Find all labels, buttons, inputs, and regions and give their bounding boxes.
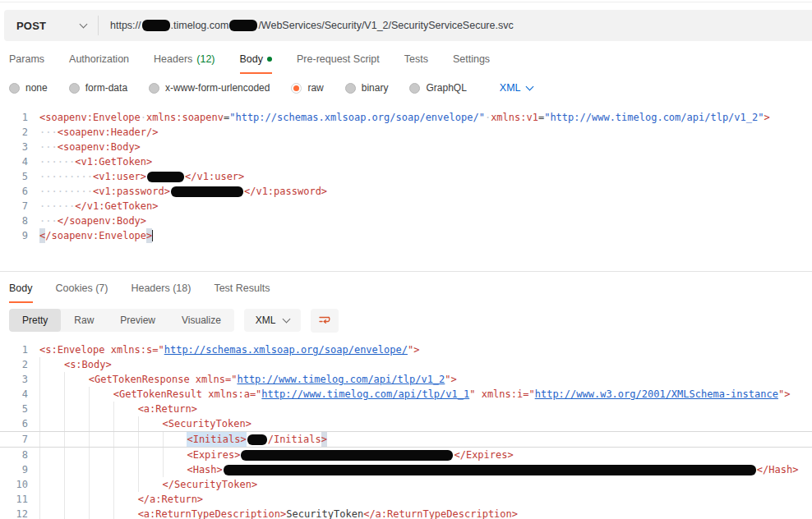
code-token: "> <box>445 372 456 387</box>
request-body-editor[interactable]: 1<soapenv:Envelope·xmlns:soapenv="http:/… <box>0 110 812 243</box>
tab-headers[interactable]: Headers (12) <box>154 44 215 74</box>
indent-guide <box>113 416 138 431</box>
code-token: <soapenv:Envelope <box>39 110 141 125</box>
response-body-viewer[interactable]: 1<s:Envelope xmlns:s="http://schemas.xml… <box>0 342 812 519</box>
indent-guide <box>64 507 89 519</box>
radio-selected-icon <box>291 83 302 94</box>
code-token: </a:ReturnTypeDescription> <box>363 507 518 519</box>
indent-guide <box>113 492 138 507</box>
response-tab-body[interactable]: Body <box>9 273 33 303</box>
body-type-label: form-data <box>85 82 127 94</box>
code-token: "> <box>408 342 419 357</box>
line-number: 3 <box>0 372 39 387</box>
code-token: xmlns:v1 <box>491 110 538 125</box>
body-type-x-www-form-urlencoded[interactable]: x-www-form-urlencoded <box>149 82 270 94</box>
indent-guide <box>39 432 64 447</box>
view-raw-button[interactable]: Raw <box>61 309 107 332</box>
code-token: <a:ReturnTypeDescription> <box>138 507 287 519</box>
code-line: 2 <s:Body> <box>0 357 812 372</box>
response-language-dropdown[interactable]: XML <box>244 309 301 332</box>
method-dropdown[interactable]: POST <box>4 10 98 41</box>
code-token: = <box>224 110 229 125</box>
chevron-down-icon <box>80 21 88 29</box>
indent-guide <box>89 477 113 492</box>
tab-params[interactable]: Params <box>9 44 44 74</box>
body-type-raw[interactable]: raw <box>291 82 323 94</box>
code-token: "http://schemas.xmlsoap.org/soap/envelop… <box>229 110 485 125</box>
body-type-binary[interactable]: binary <box>345 82 389 94</box>
indent-guide <box>89 402 113 416</box>
line-number: 5 <box>0 169 39 184</box>
code-token: ······ <box>39 199 75 214</box>
response-toolbar: PrettyRawPreviewVisualize XML <box>0 308 812 333</box>
tab-tests[interactable]: Tests <box>404 44 428 74</box>
response-tab-cookies-[interactable]: Cookies (7) <box>56 273 108 303</box>
code-token: </SecurityToken> <box>163 477 258 492</box>
wrap-lines-icon <box>318 314 331 327</box>
view-pretty-button[interactable]: Pretty <box>9 309 61 332</box>
code-line: 1<s:Envelope xmlns:s="http://schemas.xml… <box>0 342 812 357</box>
line-number: 7 <box>0 199 39 214</box>
tab-count: (12) <box>196 53 215 65</box>
indent-guide <box>39 372 64 387</box>
line-number: 2 <box>0 125 39 140</box>
code-line: 9</soapenv:Envelope> <box>0 228 812 243</box>
code-token: <GetTokenResponse xmlns=" <box>89 372 238 387</box>
url-input[interactable]: https://.timelog.com/WebServices/Securit… <box>99 20 514 31</box>
line-number: 10 <box>0 477 39 492</box>
code-token: </v1:password> <box>244 184 327 199</box>
code-line: 9 <Hash></Hash> <box>0 462 812 477</box>
tab-label: Authorization <box>69 53 129 65</box>
indent-guide <box>64 372 89 387</box>
body-type-label: none <box>25 82 48 94</box>
tab-label: Headers <box>154 53 192 65</box>
body-type-form-data[interactable]: form-data <box>69 82 127 94</box>
view-visualize-button[interactable]: Visualize <box>168 309 234 332</box>
response-tab-test-results[interactable]: Test Results <box>214 273 270 303</box>
code-token: SecurityToken <box>286 507 363 519</box>
response-tab-headers-[interactable]: Headers (18) <box>131 273 191 303</box>
wrap-lines-button[interactable] <box>311 309 339 333</box>
body-type-none[interactable]: none <box>9 82 48 94</box>
indent-guide <box>138 432 163 447</box>
code-line: 7 <Initials>/Initials> <box>0 431 812 448</box>
code-token: <v1:user> <box>93 169 146 184</box>
line-number: 9 <box>0 228 39 243</box>
indent-guide <box>113 448 138 462</box>
code-token: <Hash> <box>187 462 222 477</box>
code-token: http://schemas.xmlsoap.org/soap/envelope… <box>164 342 408 357</box>
tab-label: Tests <box>404 53 428 65</box>
code-line: 5·········<v1:user></v1:user> <box>0 169 812 184</box>
request-language-label: XML <box>500 82 521 94</box>
code-line: 4······<v1:GetToken> <box>0 154 812 169</box>
code-line: 10 </SecurityToken> <box>0 477 812 492</box>
code-token: <v1:GetToken> <box>75 154 152 169</box>
line-number: 2 <box>0 357 39 372</box>
code-line: 4 <GetTokenResult xmlns:a="http://www.ti… <box>0 387 812 402</box>
tab-settings[interactable]: Settings <box>453 44 490 74</box>
code-line: 5 <a:Return> <box>0 402 812 416</box>
line-number: 11 <box>0 492 39 507</box>
indent-guide <box>39 416 64 431</box>
indent-guide <box>39 402 64 416</box>
code-token: ········· <box>39 169 93 184</box>
code-line: 3 <GetTokenResponse xmlns="http://www.ti… <box>0 372 812 387</box>
code-token: <s:Envelope xmlns:s=" <box>39 342 164 357</box>
response-view-group: PrettyRawPreviewVisualize <box>9 309 234 332</box>
code-token: /soapenv:Envelope <box>45 228 146 243</box>
redaction-bar <box>142 20 170 31</box>
request-language-dropdown[interactable]: XML <box>500 82 533 94</box>
indent-guide <box>64 448 89 462</box>
tab-body[interactable]: Body <box>240 44 273 74</box>
tab-pre-request-script[interactable]: Pre-request Script <box>297 44 380 74</box>
view-preview-button[interactable]: Preview <box>107 309 168 332</box>
redaction-bar <box>229 20 257 31</box>
indent-guide <box>113 462 138 477</box>
request-tabs: ParamsAuthorizationHeaders (12)BodyPre-r… <box>0 44 812 74</box>
indent-guide <box>163 462 187 477</box>
tab-authorization[interactable]: Authorization <box>69 44 129 74</box>
body-type-graphql[interactable]: GraphQL <box>409 82 466 94</box>
line-number: 8 <box>0 214 39 228</box>
indent-guide <box>39 448 64 462</box>
indent-guide <box>39 357 64 372</box>
